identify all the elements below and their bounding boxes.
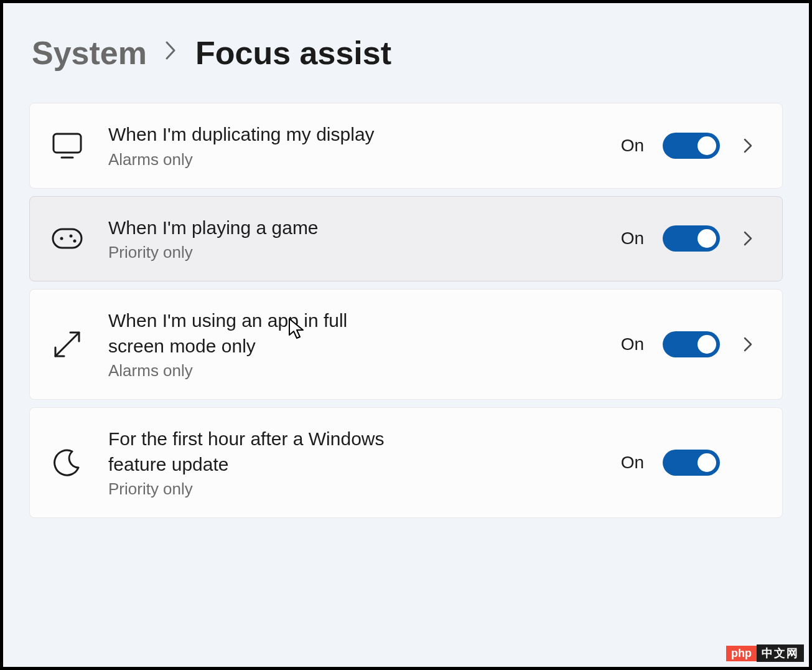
setting-row-title: When I'm playing a game xyxy=(108,215,394,241)
setting-row-playing-game[interactable]: When I'm playing a game Priority only On xyxy=(29,196,783,282)
watermark: php 中文网 xyxy=(726,644,804,662)
svg-rect-1 xyxy=(53,229,82,248)
toggle-switch[interactable] xyxy=(663,450,720,476)
moon-icon xyxy=(51,446,83,479)
watermark-right: 中文网 xyxy=(757,644,804,662)
setting-row-controls: On xyxy=(621,225,757,252)
toggle-state-label: On xyxy=(621,136,644,156)
fullscreen-icon xyxy=(51,328,83,361)
chevron-right-icon[interactable] xyxy=(739,335,757,354)
breadcrumb-parent-link[interactable]: System xyxy=(32,34,147,72)
chevron-right-icon xyxy=(164,40,178,67)
watermark-left: php xyxy=(726,646,757,661)
gamepad-icon xyxy=(51,222,83,255)
svg-point-3 xyxy=(70,235,73,238)
svg-point-2 xyxy=(60,237,63,240)
setting-row-text: When I'm duplicating my display Alarms o… xyxy=(108,122,596,169)
setting-row-controls: On xyxy=(621,133,757,159)
setting-row-title: For the first hour after a Windows featu… xyxy=(108,427,394,477)
setting-row-fullscreen-app[interactable]: When I'm using an app in full screen mod… xyxy=(29,289,783,400)
setting-row-duplicating-display[interactable]: When I'm duplicating my display Alarms o… xyxy=(29,103,783,189)
setting-row-after-update[interactable]: For the first hour after a Windows featu… xyxy=(29,407,783,518)
toggle-state-label: On xyxy=(621,453,644,473)
toggle-state-label: On xyxy=(621,229,644,248)
setting-row-text: When I'm using an app in full screen mod… xyxy=(108,308,596,380)
setting-row-controls: On xyxy=(621,450,757,476)
setting-row-title: When I'm duplicating my display xyxy=(108,122,394,148)
setting-row-controls: On xyxy=(621,331,757,357)
settings-list: When I'm duplicating my display Alarms o… xyxy=(29,103,783,518)
setting-row-subtitle: Alarms only xyxy=(108,150,596,169)
chevron-spacer xyxy=(739,453,757,472)
setting-row-subtitle: Priority only xyxy=(108,243,596,262)
svg-rect-0 xyxy=(54,134,81,153)
monitor-icon xyxy=(51,130,83,162)
svg-point-4 xyxy=(73,240,77,243)
breadcrumb: System Focus assist xyxy=(29,34,783,72)
setting-row-subtitle: Alarms only xyxy=(108,361,596,380)
setting-row-text: When I'm playing a game Priority only xyxy=(108,215,596,263)
page-title: Focus assist xyxy=(195,34,391,72)
chevron-right-icon[interactable] xyxy=(739,229,757,248)
toggle-switch[interactable] xyxy=(663,133,720,159)
toggle-switch[interactable] xyxy=(663,331,720,357)
toggle-switch[interactable] xyxy=(663,225,720,252)
settings-window: System Focus assist When I'm duplicating… xyxy=(2,2,810,668)
setting-row-title: When I'm using an app in full screen mod… xyxy=(108,308,394,359)
setting-row-text: For the first hour after a Windows featu… xyxy=(108,427,596,499)
toggle-state-label: On xyxy=(621,334,644,354)
setting-row-subtitle: Priority only xyxy=(108,479,596,499)
chevron-right-icon[interactable] xyxy=(739,136,757,155)
